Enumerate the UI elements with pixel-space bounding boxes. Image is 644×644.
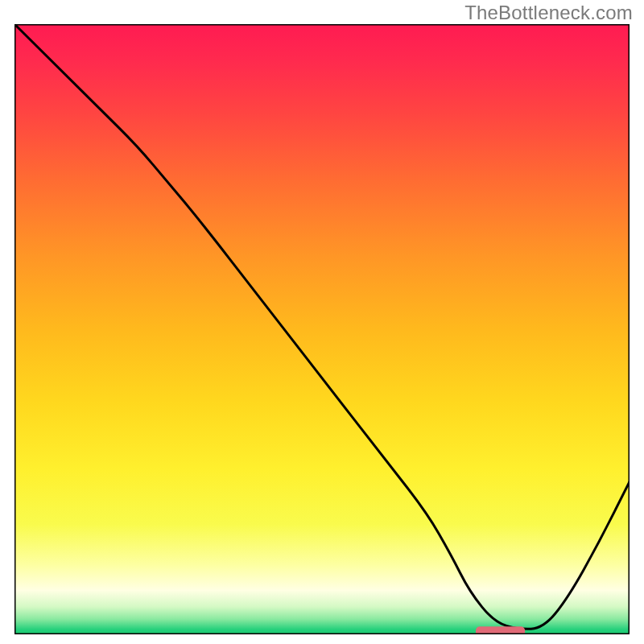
watermark-text: TheBottleneck.com: [464, 2, 633, 24]
chart-container: [14, 24, 630, 634]
bottleneck-chart: [14, 24, 630, 634]
